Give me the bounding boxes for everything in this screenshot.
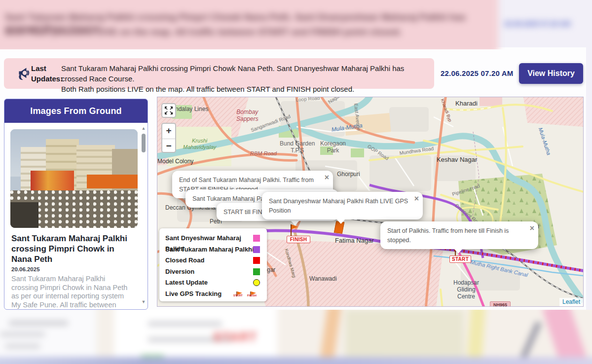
- legend-item: Sant Tukaram Maharaj Palkhi: [165, 244, 261, 255]
- zoom-control: + −: [161, 123, 176, 153]
- legend-item: Live GPS TrackingSTARTFINISH: [165, 289, 261, 300]
- fullscreen-button[interactable]: [161, 103, 176, 118]
- image-card-description: Sant Tukaram Maharaj Palkhi crossing Pim…: [11, 275, 129, 309]
- gps-flags-icon: STARTFINISH: [235, 290, 261, 298]
- ground-image[interactable]: [10, 129, 138, 228]
- last-updates-label: Last Updates:: [31, 63, 62, 84]
- leaflet-map[interactable]: ndalay LinesLoop RoadNagar RoadBombay Sa…: [157, 97, 584, 307]
- legend-swatch: [253, 246, 260, 253]
- zoom-in-button[interactable]: +: [162, 124, 175, 139]
- blurred-text-line2: Both Rath positions LIVE on the map. All…: [5, 27, 419, 37]
- scroll-thumb[interactable]: [142, 134, 146, 152]
- fullscreen-icon: [162, 104, 175, 117]
- scroll-up-icon[interactable]: ▲: [141, 126, 147, 131]
- blurred-start-text: START: [213, 329, 258, 345]
- start-marker-label: START: [449, 255, 471, 263]
- top-blurred-banner: Sant Tukaram Maharaj Palkhi crossing Pim…: [0, 0, 592, 49]
- legend-items: Sant Dnyeshwar Maharaj PalkhiSant Tukara…: [165, 233, 261, 299]
- image-list[interactable]: Sant Tukaram Maharaj Palkhi crossing Pim…: [4, 123, 148, 309]
- view-history-button[interactable]: View History: [519, 63, 583, 84]
- image-card-title: Sant Tukaram Maharaj Palkhi crossing Pim…: [11, 233, 130, 264]
- legend-item: Latest Update: [165, 277, 261, 289]
- images-from-ground-panel: Images From Ground Sant Tukaram Maharaj …: [4, 99, 148, 310]
- popup-close-icon[interactable]: ×: [325, 173, 329, 182]
- popup-tail: [336, 219, 345, 224]
- legend-label: Sant Tukaram Maharaj Palkhi: [165, 246, 254, 253]
- photo-ground: [10, 202, 38, 228]
- legend-item: Sant Dnyeshwar Maharaj Palkhi: [165, 233, 261, 244]
- legend-label: Diversion: [165, 268, 194, 275]
- panel-title: Images From Ground: [4, 99, 148, 123]
- image-card-date: 20.06.2025: [11, 266, 40, 272]
- popup-close-icon[interactable]: ×: [530, 223, 534, 233]
- map-legend: Sant Dnyeshwar Maharaj PalkhiSant Tukara…: [159, 228, 267, 301]
- road-shield: NH965: [490, 301, 511, 307]
- legend-swatch: [253, 279, 260, 286]
- photo-palkhi: [31, 171, 74, 192]
- finish-marker-label: FINISH: [287, 236, 310, 243]
- legend-item: Diversion: [165, 266, 261, 278]
- legend-swatch: [253, 257, 260, 264]
- zoom-out-button[interactable]: −: [162, 139, 175, 154]
- last-updates-text: Sant Tukaram Maharaj Palkhi crossing Pim…: [61, 63, 430, 94]
- bottom-blurred-region: START: [0, 310, 592, 364]
- popup-close-icon[interactable]: ×: [414, 194, 419, 203]
- scroll-down-icon[interactable]: ▼: [141, 299, 147, 304]
- popup-tail: [454, 249, 463, 254]
- legend-swatch: [253, 268, 260, 275]
- photo-awning: [87, 175, 138, 188]
- leaflet-attribution[interactable]: Leaflet: [559, 298, 583, 306]
- update-timestamp: 22.06.2025 07.20 AM: [441, 69, 514, 77]
- announcement-icon: [18, 66, 32, 81]
- legend-item: Closed Road: [165, 255, 261, 266]
- legend-swatch: [253, 235, 260, 242]
- legend-label: Live GPS Tracking: [165, 290, 222, 297]
- finish-flag-icon[interactable]: [291, 224, 298, 236]
- popup-tail: [291, 220, 299, 225]
- blurred-timestamp: 22.06.2025 07.20 AM: [504, 20, 570, 28]
- map-popup: Start of Palkhis. Traffic from here till…: [380, 221, 538, 249]
- legend-label: Closed Road: [165, 256, 204, 264]
- map-popup: Sant Dnanyeshwar Maharaj Palkhi Rath LIV…: [262, 192, 423, 219]
- last-updates-bar: Last Updates: Sant Tukaram Maharaj Palkh…: [4, 58, 434, 89]
- legend-label: Latest Update: [165, 279, 208, 286]
- sidebar-scrollbar[interactable]: ▲ ▼: [141, 126, 147, 306]
